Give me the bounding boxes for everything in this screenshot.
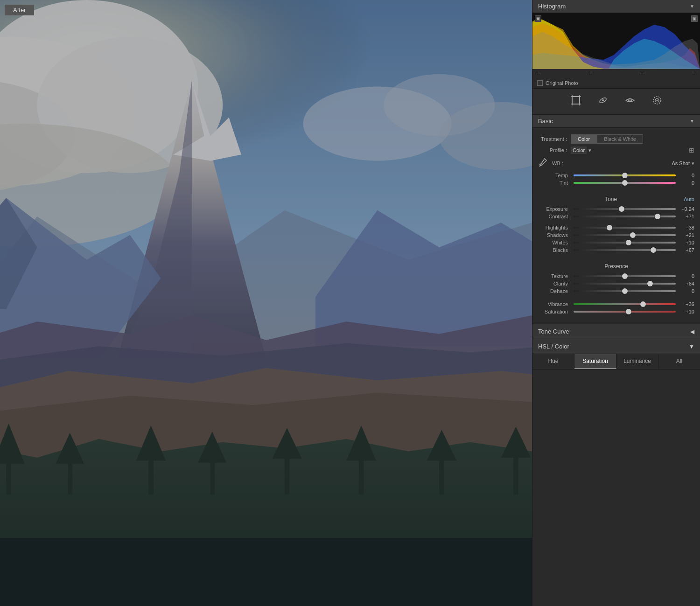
tint-slider-thumb[interactable] xyxy=(622,180,628,186)
exposure-value: −0.24 xyxy=(678,206,694,212)
clarity-value: +64 xyxy=(678,281,694,286)
shadows-label: Shadows xyxy=(538,232,572,238)
texture-slider-thumb[interactable] xyxy=(622,273,628,279)
vibrance-label: Vibrance xyxy=(538,301,572,307)
heal-tool[interactable] xyxy=(594,93,612,110)
histogram-arrow: ▼ xyxy=(690,4,694,9)
radial-tool[interactable] xyxy=(648,93,666,110)
wb-select[interactable]: As Shot xyxy=(672,160,690,166)
dehaze-slider-row: Dehaze 0 xyxy=(538,288,694,294)
dehaze-slider-thumb[interactable] xyxy=(622,288,628,294)
after-label: After xyxy=(5,5,34,15)
histogram-title: Histogram xyxy=(538,3,566,10)
highlight-warning-icon[interactable]: ▣ xyxy=(691,15,698,22)
hsl-tabs: Hue Saturation Luminance All xyxy=(532,354,700,369)
hsl-header[interactable]: HSL / Color ▼ xyxy=(532,339,700,354)
exposure-slider-row: Exposure −0.24 xyxy=(538,206,694,212)
right-panel: Histogram ▼ ▣ ▣ xyxy=(532,0,700,606)
contrast-value: +71 xyxy=(678,214,694,219)
basic-content: Treatment : Color Black & White Profile … xyxy=(532,128,700,324)
contrast-label: Contrast xyxy=(538,214,572,219)
eyedropper-icon[interactable] xyxy=(538,158,547,169)
whites-slider-track[interactable] xyxy=(574,242,676,244)
basic-header[interactable]: Basic ▼ xyxy=(532,115,700,128)
crop-tool[interactable] xyxy=(567,93,585,110)
blacks-slider-track[interactable] xyxy=(574,249,676,251)
texture-slider-row: Texture 0 xyxy=(538,273,694,279)
tint-slider-track[interactable] xyxy=(574,182,676,184)
contrast-slider-track[interactable] xyxy=(574,216,676,217)
contrast-slider-thumb[interactable] xyxy=(655,214,660,219)
blacks-slider-thumb[interactable] xyxy=(651,247,656,253)
tint-label: Tint xyxy=(538,180,572,186)
clarity-slider-row: Clarity +64 xyxy=(538,281,694,286)
vibrance-slider-track[interactable] xyxy=(574,303,676,305)
bw-treatment-btn[interactable]: Black & White xyxy=(597,134,643,144)
redeye-tool[interactable] xyxy=(621,93,639,110)
tone-subheader: Tone Auto xyxy=(538,194,694,204)
whites-value: +10 xyxy=(678,240,694,245)
blacks-value: +67 xyxy=(678,247,694,253)
shadows-value: +21 xyxy=(678,232,694,238)
whites-label: Whites xyxy=(538,240,572,245)
basic-section: Basic ▼ Treatment : Color Black & White … xyxy=(532,115,700,324)
saturation-slider-row: Saturation +10 xyxy=(538,309,694,314)
hsl-tab-hue[interactable]: Hue xyxy=(532,354,574,369)
exposure-slider-track[interactable] xyxy=(574,208,676,210)
tone-curve-title: Tone Curve xyxy=(538,328,569,335)
original-photo-label: Original Photo xyxy=(546,80,578,86)
profile-select[interactable]: Color xyxy=(571,146,587,154)
svg-point-54 xyxy=(629,100,630,101)
vibrance-slider-row: Vibrance +36 xyxy=(538,301,694,307)
vibrance-value: +36 xyxy=(678,301,694,307)
texture-slider-track[interactable] xyxy=(574,275,676,277)
histogram-stats: — — — — xyxy=(532,69,700,78)
color-treatment-btn[interactable]: Color xyxy=(571,134,597,144)
profile-dropdown-icon[interactable]: ▾ xyxy=(588,147,591,153)
temp-value: 0 xyxy=(678,173,694,178)
dehaze-slider-track[interactable] xyxy=(574,290,676,292)
clarity-slider-track[interactable] xyxy=(574,283,676,285)
shadows-slider-thumb[interactable] xyxy=(630,232,636,238)
exposure-slider-thumb[interactable] xyxy=(619,206,624,212)
basic-arrow: ▼ xyxy=(690,118,694,124)
profile-grid-icon[interactable]: ⊞ xyxy=(689,146,694,154)
highlights-slider-track[interactable] xyxy=(574,227,676,229)
vibrance-slider-thumb[interactable] xyxy=(640,301,646,307)
basic-title: Basic xyxy=(538,118,553,125)
texture-label: Texture xyxy=(538,273,572,279)
temp-slider-track[interactable] xyxy=(574,174,676,176)
shadows-slider-track[interactable] xyxy=(574,234,676,236)
treatment-buttons: Color Black & White xyxy=(571,134,643,144)
tint-slider-row: Tint 0 xyxy=(538,180,694,186)
photo-area: After xyxy=(0,0,532,606)
profile-row: Profile : Color ▾ ⊞ xyxy=(538,146,694,154)
clarity-slider-thumb[interactable] xyxy=(647,281,653,286)
hsl-tab-luminance[interactable]: Luminance xyxy=(616,354,658,369)
histogram-section: Histogram ▼ ▣ ▣ xyxy=(532,0,700,89)
treatment-row: Treatment : Color Black & White xyxy=(538,134,694,144)
saturation-slider-track[interactable] xyxy=(574,311,676,313)
contrast-slider-row: Contrast +71 xyxy=(538,214,694,219)
svg-point-52 xyxy=(602,99,604,101)
whites-slider-thumb[interactable] xyxy=(626,240,631,245)
saturation-slider-thumb[interactable] xyxy=(626,309,631,314)
original-photo-checkbox[interactable] xyxy=(537,80,543,86)
shadow-warning-icon[interactable]: ▣ xyxy=(535,15,541,22)
presence-subheader: Presence xyxy=(538,261,694,272)
hsl-tab-all[interactable]: All xyxy=(658,354,700,369)
svg-rect-45 xyxy=(0,0,532,606)
histogram-canvas: ▣ ▣ xyxy=(532,13,700,69)
highlights-value: −38 xyxy=(678,225,694,230)
tone-curve-header[interactable]: Tone Curve ◀ xyxy=(532,324,700,339)
hsl-arrow: ▼ xyxy=(689,343,694,350)
tone-curve-section: Tone Curve ◀ xyxy=(532,324,700,339)
hsl-tab-saturation[interactable]: Saturation xyxy=(574,354,616,369)
histogram-header[interactable]: Histogram ▼ xyxy=(532,0,700,13)
wb-dropdown-icon[interactable]: ▾ xyxy=(692,160,694,167)
auto-btn[interactable]: Auto xyxy=(684,196,694,202)
temp-slider-thumb[interactable] xyxy=(622,173,628,178)
tools-row xyxy=(532,89,700,115)
highlights-slider-thumb[interactable] xyxy=(607,225,612,230)
blacks-label: Blacks xyxy=(538,247,572,253)
